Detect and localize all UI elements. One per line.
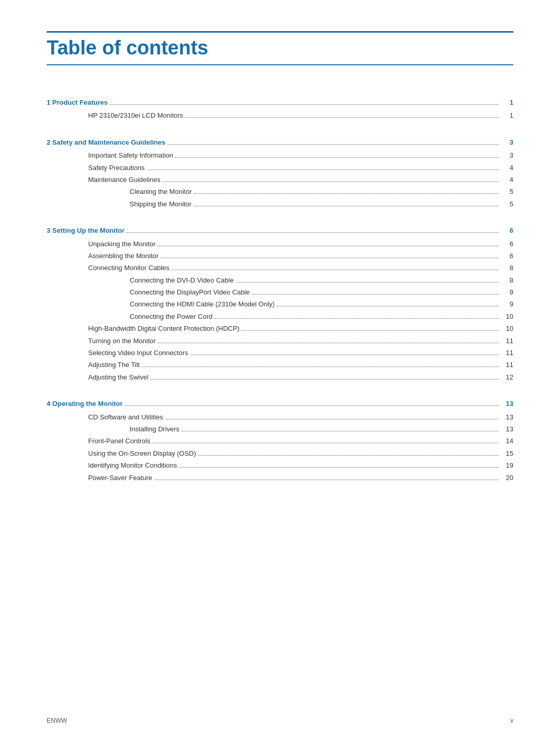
dot-leader [194,193,499,194]
dot-leader [236,282,499,283]
entry-page: 9 [501,286,513,298]
toc-entry[interactable]: Connecting the DisplayPort Video Cable9 [47,286,513,298]
entry-page: 13 [501,411,513,423]
entry-page: 10 [501,311,513,322]
entry-page: 13 [501,398,513,410]
toc-entry[interactable]: Selecting Video Input Connectors11 [47,347,513,359]
entry-title: Using the On-Screen Display (OSD) [88,447,196,459]
entry-title: Connecting the Power Cord [130,311,213,322]
page-title: Table of contents [47,37,513,59]
entry-title: CD Software and Utilities [88,411,163,423]
dot-leader [161,258,499,258]
entry-page: 4 [501,174,513,186]
dot-leader [175,157,499,158]
entry-page: 4 [501,162,513,174]
entry-title: 1 Product Features [47,96,108,108]
entry-title: Installing Drivers [130,423,179,435]
toc-chapter-section: 3 Setting Up the Monitor6Unpacking the M… [47,224,513,383]
toc-entry[interactable]: Safety Precautions4 [47,162,513,174]
toc-entry[interactable]: Adjusting The Tilt11 [47,359,513,371]
entry-page: 3 [501,149,513,161]
toc-entry[interactable]: Cleaning the Monitor5 [47,186,513,198]
toc-entry[interactable]: High-Bandwidth Digital Content Protectio… [47,322,513,334]
entry-title: Maintenance Guidelines [88,174,160,186]
entry-title: Cleaning the Monitor [130,186,192,198]
entry-title: Front-Panel Controls [88,435,150,447]
entry-page: 19 [501,459,513,471]
entry-title: Unpacking the Monitor [88,238,156,250]
entry-page: 5 [501,186,513,198]
dot-leader [181,431,499,431]
entry-page: 3 [501,136,513,148]
entry-page: 1 [501,96,513,108]
toc-entry[interactable]: CD Software and Utilities13 [47,411,513,423]
title-section: Table of contents [47,37,513,65]
toc-entry[interactable]: 2 Safety and Maintenance Guidelines3 [47,136,513,148]
top-border-line [47,31,513,33]
dot-leader [242,330,499,331]
entry-page: 13 [501,423,513,435]
toc-chapter-section: 2 Safety and Maintenance Guidelines3Impo… [47,136,513,210]
toc-entry[interactable]: HP 2310e/2310ei LCD Monitors1 [47,109,513,121]
entry-title: Assembling the Monitor [88,250,159,262]
entry-title: 3 Setting Up the Monitor [47,224,124,236]
entry-page: 12 [501,371,513,383]
dot-leader [155,480,499,480]
dot-leader [127,232,499,233]
entry-page: 8 [501,274,513,286]
toc-entry[interactable]: Connecting the HDMI Cable (2310e Model O… [47,298,513,310]
toc-entry[interactable]: 1 Product Features1 [47,96,513,108]
dot-leader [162,181,499,182]
entry-page: 5 [501,198,513,210]
dot-leader [142,367,499,367]
dot-leader [158,246,499,246]
toc-entry[interactable]: Important Safety Information3 [47,149,513,161]
entry-title: Important Safety Information [88,149,173,161]
toc-entry[interactable]: Connecting the DVI-D Video Cable8 [47,274,513,286]
dot-leader [185,117,499,118]
toc-entry[interactable]: Unpacking the Monitor6 [47,238,513,250]
toc-entry[interactable]: Connecting the Power Cord10 [47,311,513,322]
entry-page: 11 [501,347,513,359]
toc-entry[interactable]: Identifying Monitor Conditions19 [47,459,513,471]
entry-page: 9 [501,298,513,310]
entry-page: 14 [501,435,513,447]
toc-entry[interactable]: Shipping the Monitor5 [47,198,513,210]
toc-entry[interactable]: 4 Operating the Monitor13 [47,398,513,410]
entry-page: 8 [501,262,513,274]
entry-page: 6 [501,238,513,250]
toc-chapter-section: 1 Product Features1HP 2310e/2310ei LCD M… [47,96,513,122]
toc-entry[interactable]: 3 Setting Up the Monitor6 [47,224,513,236]
dot-leader [125,405,499,406]
toc-entry[interactable]: Power-Saver Feature20 [47,472,513,484]
dot-leader [190,355,499,355]
toc-container: 1 Product Features1HP 2310e/2310ei LCD M… [47,96,513,484]
toc-chapter-section: 4 Operating the Monitor13CD Software and… [47,398,513,484]
entry-title: Power-Saver Feature [88,472,152,484]
entry-title: Identifying Monitor Conditions [88,459,177,471]
entry-title: Adjusting the Swivel [88,371,148,383]
toc-entry[interactable]: Connecting Monitor Cables8 [47,262,513,274]
toc-entry[interactable]: Installing Drivers13 [47,423,513,435]
footer-left: ENWW [47,717,67,724]
toc-entry[interactable]: Adjusting the Swivel12 [47,371,513,383]
dot-leader [167,144,499,145]
entry-title: HP 2310e/2310ei LCD Monitors [88,109,183,121]
entry-page: 11 [501,335,513,347]
toc-entry[interactable]: Front-Panel Controls14 [47,435,513,447]
dot-leader [215,318,499,319]
entry-title: Safety Precautions [88,162,145,174]
toc-entry[interactable]: Turning on the Monitor11 [47,335,513,347]
page-container: Table of contents 1 Product Features1HP … [0,0,560,540]
toc-entry[interactable]: Maintenance Guidelines4 [47,174,513,186]
entry-title: Turning on the Monitor [88,335,156,347]
entry-page: 1 [501,109,513,121]
footer-right: v [510,717,513,724]
dot-leader [150,379,499,379]
toc-entry[interactable]: Assembling the Monitor6 [47,250,513,262]
entry-title: 2 Safety and Maintenance Guidelines [47,136,165,148]
dot-leader [165,419,499,419]
toc-entry[interactable]: Using the On-Screen Display (OSD)15 [47,447,513,459]
entry-page: 10 [501,322,513,334]
entry-title: High-Bandwidth Digital Content Protectio… [88,322,240,334]
